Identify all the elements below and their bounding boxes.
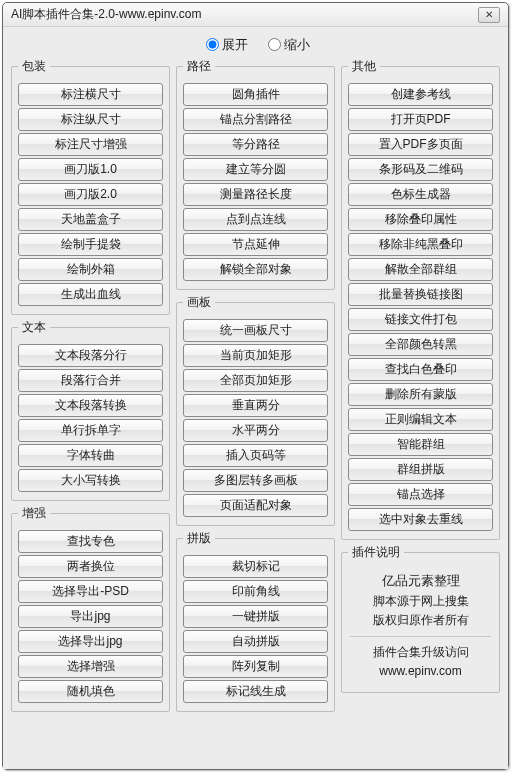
btn-path-6[interactable]: 节点延伸 — [183, 233, 328, 256]
btn-other-17[interactable]: 选中对象去重线 — [348, 508, 493, 531]
btn-enhance-5[interactable]: 选择增强 — [18, 655, 163, 678]
btn-artboard-4[interactable]: 水平两分 — [183, 419, 328, 442]
btn-other-9[interactable]: 链接文件打包 — [348, 308, 493, 331]
btn-path-5[interactable]: 点到点连线 — [183, 208, 328, 231]
btn-text-3[interactable]: 单行拆单字 — [18, 419, 163, 442]
btn-path-4[interactable]: 测量路径长度 — [183, 183, 328, 206]
btn-impose-5[interactable]: 标记线生成 — [183, 680, 328, 703]
btn-enhance-0[interactable]: 查找专色 — [18, 530, 163, 553]
about-link: www.epinv.com — [348, 662, 493, 681]
group-other: 其他 创建参考线 打开页PDF 置入PDF多页面 条形码及二维码 色标生成器 移… — [341, 58, 500, 540]
btn-other-4[interactable]: 色标生成器 — [348, 183, 493, 206]
group-about-title: 插件说明 — [348, 544, 404, 561]
group-text-title: 文本 — [18, 319, 50, 336]
radio-expand-input[interactable] — [206, 38, 219, 51]
btn-other-8[interactable]: 批量替换链接图 — [348, 283, 493, 306]
btn-impose-0[interactable]: 裁切标记 — [183, 555, 328, 578]
btn-packaging-5[interactable]: 天地盖盒子 — [18, 208, 163, 231]
btn-text-0[interactable]: 文本段落分行 — [18, 344, 163, 367]
btn-artboard-7[interactable]: 页面适配对象 — [183, 494, 328, 517]
btn-artboard-0[interactable]: 统一画板尺寸 — [183, 319, 328, 342]
btn-packaging-8[interactable]: 生成出血线 — [18, 283, 163, 306]
btn-artboard-5[interactable]: 插入页码等 — [183, 444, 328, 467]
radio-collapse[interactable]: 缩小 — [263, 37, 310, 52]
btn-other-2[interactable]: 置入PDF多页面 — [348, 133, 493, 156]
btn-other-10[interactable]: 全部颜色转黑 — [348, 333, 493, 356]
btn-other-5[interactable]: 移除叠印属性 — [348, 208, 493, 231]
btn-text-4[interactable]: 字体转曲 — [18, 444, 163, 467]
btn-other-12[interactable]: 删除所有蒙版 — [348, 383, 493, 406]
btn-impose-1[interactable]: 印前角线 — [183, 580, 328, 603]
btn-packaging-3[interactable]: 画刀版1.0 — [18, 158, 163, 181]
btn-path-0[interactable]: 圆角插件 — [183, 83, 328, 106]
btn-text-1[interactable]: 段落行合并 — [18, 369, 163, 392]
window-title: AI脚本插件合集-2.0-www.epinv.com — [11, 6, 201, 23]
btn-impose-3[interactable]: 自动拼版 — [183, 630, 328, 653]
group-enhance: 增强 查找专色 两者换位 选择导出-PSD 导出jpg 选择导出jpg 选择增强… — [11, 505, 170, 712]
btn-enhance-6[interactable]: 随机填色 — [18, 680, 163, 703]
client-area: 展开 缩小 包装 标注横尺寸 标注纵尺寸 标注尺寸增强 画刀版1.0 画刀版2.… — [3, 27, 508, 769]
columns: 包装 标注横尺寸 标注纵尺寸 标注尺寸增强 画刀版1.0 画刀版2.0 天地盖盒… — [11, 58, 500, 761]
group-enhance-title: 增强 — [18, 505, 50, 522]
about-line-1: 亿品元素整理 — [348, 571, 493, 592]
radio-collapse-input[interactable] — [268, 38, 281, 51]
group-path: 路径 圆角插件 锚点分割路径 等分路径 建立等分圆 测量路径长度 点到点连线 节… — [176, 58, 335, 290]
column-3: 其他 创建参考线 打开页PDF 置入PDF多页面 条形码及二维码 色标生成器 移… — [341, 58, 500, 761]
btn-path-3[interactable]: 建立等分圆 — [183, 158, 328, 181]
about-text: 亿品元素整理 脚本源于网上搜集 版权归原作者所有 插件合集升级访问 www.ep… — [348, 567, 493, 686]
titlebar: AI脚本插件合集-2.0-www.epinv.com ✕ — [3, 3, 508, 27]
group-artboard: 画板 统一画板尺寸 当前页加矩形 全部页加矩形 垂直两分 水平两分 插入页码等 … — [176, 294, 335, 526]
btn-other-13[interactable]: 正则编辑文本 — [348, 408, 493, 431]
group-text: 文本 文本段落分行 段落行合并 文本段落转换 单行拆单字 字体转曲 大小写转换 — [11, 319, 170, 501]
btn-packaging-2[interactable]: 标注尺寸增强 — [18, 133, 163, 156]
about-line-3: 版权归原作者所有 — [348, 611, 493, 630]
btn-artboard-6[interactable]: 多图层转多画板 — [183, 469, 328, 492]
btn-other-0[interactable]: 创建参考线 — [348, 83, 493, 106]
app-window: AI脚本插件合集-2.0-www.epinv.com ✕ 展开 缩小 包装 标注… — [2, 2, 509, 770]
btn-text-2[interactable]: 文本段落转换 — [18, 394, 163, 417]
group-impose-title: 拼版 — [183, 530, 215, 547]
btn-other-6[interactable]: 移除非纯黑叠印 — [348, 233, 493, 256]
btn-packaging-7[interactable]: 绘制外箱 — [18, 258, 163, 281]
btn-other-7[interactable]: 解散全部群组 — [348, 258, 493, 281]
btn-path-1[interactable]: 锚点分割路径 — [183, 108, 328, 131]
about-line-2: 脚本源于网上搜集 — [348, 592, 493, 611]
btn-text-5[interactable]: 大小写转换 — [18, 469, 163, 492]
column-1: 包装 标注横尺寸 标注纵尺寸 标注尺寸增强 画刀版1.0 画刀版2.0 天地盖盒… — [11, 58, 170, 761]
btn-enhance-1[interactable]: 两者换位 — [18, 555, 163, 578]
group-impose: 拼版 裁切标记 印前角线 一键拼版 自动拼版 阵列复制 标记线生成 — [176, 530, 335, 712]
group-other-title: 其他 — [348, 58, 380, 75]
btn-enhance-4[interactable]: 选择导出jpg — [18, 630, 163, 653]
group-packaging: 包装 标注横尺寸 标注纵尺寸 标注尺寸增强 画刀版1.0 画刀版2.0 天地盖盒… — [11, 58, 170, 315]
btn-path-7[interactable]: 解锁全部对象 — [183, 258, 328, 281]
radio-collapse-label: 缩小 — [284, 37, 310, 52]
about-line-4: 插件合集升级访问 — [348, 643, 493, 662]
btn-other-15[interactable]: 群组拼版 — [348, 458, 493, 481]
close-button[interactable]: ✕ — [478, 7, 500, 23]
about-divider — [350, 636, 491, 637]
btn-artboard-1[interactable]: 当前页加矩形 — [183, 344, 328, 367]
radio-expand-label: 展开 — [222, 37, 248, 52]
btn-other-3[interactable]: 条形码及二维码 — [348, 158, 493, 181]
btn-enhance-3[interactable]: 导出jpg — [18, 605, 163, 628]
btn-impose-2[interactable]: 一键拼版 — [183, 605, 328, 628]
btn-path-2[interactable]: 等分路径 — [183, 133, 328, 156]
btn-packaging-0[interactable]: 标注横尺寸 — [18, 83, 163, 106]
radio-expand[interactable]: 展开 — [201, 37, 248, 52]
btn-impose-4[interactable]: 阵列复制 — [183, 655, 328, 678]
btn-artboard-2[interactable]: 全部页加矩形 — [183, 369, 328, 392]
btn-other-1[interactable]: 打开页PDF — [348, 108, 493, 131]
btn-enhance-2[interactable]: 选择导出-PSD — [18, 580, 163, 603]
btn-packaging-6[interactable]: 绘制手提袋 — [18, 233, 163, 256]
group-artboard-title: 画板 — [183, 294, 215, 311]
group-path-title: 路径 — [183, 58, 215, 75]
btn-packaging-4[interactable]: 画刀版2.0 — [18, 183, 163, 206]
btn-other-14[interactable]: 智能群组 — [348, 433, 493, 456]
btn-other-11[interactable]: 查找白色叠印 — [348, 358, 493, 381]
view-mode-radios: 展开 缩小 — [11, 31, 500, 58]
btn-packaging-1[interactable]: 标注纵尺寸 — [18, 108, 163, 131]
btn-artboard-3[interactable]: 垂直两分 — [183, 394, 328, 417]
close-icon: ✕ — [485, 9, 493, 20]
group-packaging-title: 包装 — [18, 58, 50, 75]
btn-other-16[interactable]: 锚点选择 — [348, 483, 493, 506]
